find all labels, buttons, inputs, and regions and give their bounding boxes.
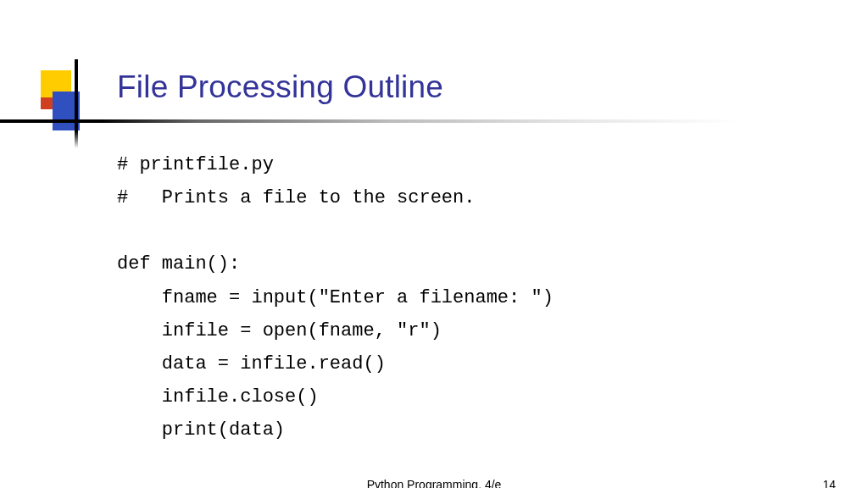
horizontal-rule-gradient [102,119,737,123]
vertical-rule-fade [75,131,78,148]
footer-book-title: Python Programming, 4/e [0,478,868,488]
page-number: 14 [822,478,836,488]
horizontal-rule-dark [0,119,102,123]
red-square [41,97,53,109]
slide: File Processing Outline # printfile.py #… [0,0,868,488]
slide-title: File Processing Outline [117,69,443,105]
code-block: # printfile.py # Prints a file to the sc… [117,148,554,446]
